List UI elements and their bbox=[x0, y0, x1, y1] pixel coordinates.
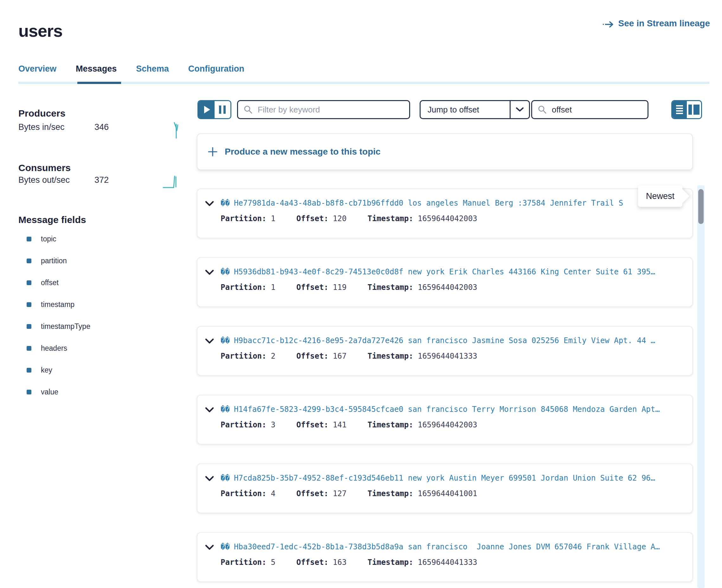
pause-button[interactable] bbox=[214, 101, 231, 118]
partition-value: 3 bbox=[271, 420, 275, 429]
stream-lineage-link[interactable]: See in Stream lineage bbox=[602, 18, 710, 28]
expand-chevron-icon[interactable] bbox=[205, 476, 214, 482]
scrollbar-thumb[interactable] bbox=[698, 189, 704, 224]
message-card[interactable]: �� He77981da-4a43-48ab-b8f8-cb71b96ffdd0… bbox=[197, 189, 693, 238]
active-tab-underline bbox=[77, 82, 121, 84]
search-icon bbox=[538, 105, 547, 114]
bytes-in-metric: Bytes in/sec 346 bbox=[18, 122, 183, 132]
field-label: timestamp bbox=[41, 300, 75, 309]
key-replacement-glyphs: �� bbox=[221, 405, 230, 414]
expand-chevron-icon[interactable] bbox=[205, 407, 214, 413]
bytes-out-metric: Bytes out/sec 372 bbox=[18, 175, 183, 185]
message-card[interactable]: �� H5936db81-b943-4e0f-8c29-74513e0c0d8f… bbox=[197, 257, 693, 307]
field-label: partition bbox=[41, 257, 67, 265]
message-key: H14fa67fe-5823-4299-b3c4-595845cfcae0 sa… bbox=[234, 405, 692, 414]
field-item-timestampType: timestampType bbox=[27, 316, 160, 337]
message-card[interactable]: �� H14fa67fe-5823-4299-b3c4-595845cfcae0… bbox=[197, 395, 693, 444]
offset-search-input[interactable] bbox=[551, 105, 642, 115]
columns-view-icon bbox=[688, 105, 700, 115]
key-replacement-glyphs: �� bbox=[221, 542, 230, 551]
expand-chevron-icon[interactable] bbox=[205, 201, 214, 207]
tab-bar: Overview Messages Schema Configuration bbox=[18, 64, 244, 74]
keyword-filter bbox=[237, 100, 410, 119]
tab-configuration[interactable]: Configuration bbox=[188, 64, 244, 74]
expand-chevron-icon[interactable] bbox=[205, 338, 214, 344]
message-meta: Partition:3 Offset:141 Timestamp:1659644… bbox=[198, 420, 692, 429]
message-meta: Partition:1 Offset:120 Timestamp:1659644… bbox=[198, 214, 692, 223]
partition-value: 1 bbox=[271, 214, 275, 223]
jump-to-offset-select[interactable]: Jump to offset bbox=[420, 100, 530, 119]
chevron-down-icon bbox=[516, 107, 523, 112]
partition-value: 2 bbox=[271, 352, 275, 360]
field-label: topic bbox=[41, 235, 57, 243]
field-label: offset bbox=[41, 278, 59, 287]
offset-value: 120 bbox=[333, 214, 346, 223]
field-checkbox[interactable] bbox=[27, 390, 32, 395]
expand-chevron-icon[interactable] bbox=[205, 545, 214, 550]
bytes-in-sparkline bbox=[171, 121, 180, 140]
message-list: �� He77981da-4a43-48ab-b8f8-cb71b96ffdd0… bbox=[197, 189, 693, 588]
list-view-button[interactable] bbox=[672, 101, 687, 118]
message-key: H7cda825b-35b7-4952-88ef-c193d546eb11 ne… bbox=[234, 474, 692, 483]
offset-value: 167 bbox=[333, 352, 346, 360]
view-mode-toggle bbox=[671, 100, 702, 119]
tab-messages[interactable]: Messages bbox=[76, 64, 117, 74]
field-checkbox[interactable] bbox=[27, 237, 32, 241]
bytes-in-value: 346 bbox=[95, 122, 109, 132]
tab-overview[interactable]: Overview bbox=[18, 64, 57, 74]
field-checkbox[interactable] bbox=[27, 324, 32, 329]
tab-underline-track bbox=[18, 82, 709, 84]
field-checkbox[interactable] bbox=[27, 280, 32, 285]
offset-value: 163 bbox=[333, 558, 346, 567]
offset-search bbox=[531, 100, 648, 119]
bytes-out-value: 372 bbox=[95, 175, 109, 185]
bytes-out-sparkline bbox=[163, 174, 178, 189]
newest-tooltip-label: Newest bbox=[646, 191, 675, 201]
page-title: users bbox=[18, 21, 62, 41]
message-key: He77981da-4a43-48ab-b8f8-cb71b96ffdd0 lo… bbox=[234, 198, 692, 208]
play-button[interactable] bbox=[199, 101, 214, 118]
message-fields-heading: Message fields bbox=[18, 214, 86, 225]
timestamp-value: 1659644041333 bbox=[418, 352, 477, 360]
tab-schema[interactable]: Schema bbox=[136, 64, 169, 74]
pause-icon bbox=[219, 105, 226, 114]
field-item-key: key bbox=[27, 359, 160, 381]
field-item-value: value bbox=[27, 381, 160, 403]
field-item-timestamp: timestamp bbox=[27, 294, 160, 316]
message-meta: Partition:4 Offset:127 Timestamp:1659644… bbox=[198, 489, 692, 498]
field-item-headers: headers bbox=[27, 337, 160, 359]
partition-value: 1 bbox=[271, 283, 275, 292]
message-card[interactable]: �� Hba30eed7-1edc-452b-8b1a-738d3b5d8a9a… bbox=[197, 532, 693, 582]
field-item-offset: offset bbox=[27, 272, 160, 294]
newest-tooltip: Newest bbox=[638, 185, 682, 207]
field-checkbox[interactable] bbox=[27, 346, 32, 351]
message-key: H5936db81-b943-4e0f-8c29-74513e0c0d8f ne… bbox=[234, 267, 692, 276]
keyword-filter-input[interactable] bbox=[257, 105, 404, 115]
field-checkbox[interactable] bbox=[27, 302, 32, 307]
message-key: H9bacc71c-b12c-4216-8e95-2a7da727e426 sa… bbox=[234, 336, 692, 345]
message-meta: Partition:5 Offset:163 Timestamp:1659644… bbox=[198, 558, 692, 567]
play-icon bbox=[204, 106, 210, 113]
message-meta: Partition:2 Offset:167 Timestamp:1659644… bbox=[198, 352, 692, 360]
timestamp-value: 1659644041333 bbox=[418, 558, 477, 567]
message-card[interactable]: �� H9bacc71c-b12c-4216-8e95-2a7da727e426… bbox=[197, 326, 693, 376]
plus-icon bbox=[208, 147, 218, 157]
timestamp-value: 1659644042003 bbox=[418, 283, 477, 292]
expand-chevron-icon[interactable] bbox=[205, 270, 214, 275]
partition-value: 4 bbox=[271, 489, 275, 498]
columns-view-button[interactable] bbox=[687, 101, 701, 118]
key-replacement-glyphs: �� bbox=[221, 474, 230, 483]
produce-message-button[interactable]: Produce a new message to this topic bbox=[197, 133, 693, 170]
field-label: headers bbox=[41, 344, 67, 353]
offset-value: 141 bbox=[333, 420, 346, 429]
field-label: timestampType bbox=[41, 322, 90, 331]
field-checkbox[interactable] bbox=[27, 258, 32, 263]
key-replacement-glyphs: �� bbox=[221, 336, 230, 345]
message-card[interactable]: �� H7cda825b-35b7-4952-88ef-c193d546eb11… bbox=[197, 463, 693, 513]
jump-to-offset-label: Jump to offset bbox=[420, 101, 510, 118]
message-key: Hba30eed7-1edc-452b-8b1a-738d3b5d8a9a sa… bbox=[234, 542, 692, 551]
field-checkbox[interactable] bbox=[27, 368, 32, 373]
scrollbar-track[interactable] bbox=[697, 185, 705, 588]
lineage-arrow-icon bbox=[602, 19, 614, 28]
key-replacement-glyphs: �� bbox=[221, 198, 230, 208]
